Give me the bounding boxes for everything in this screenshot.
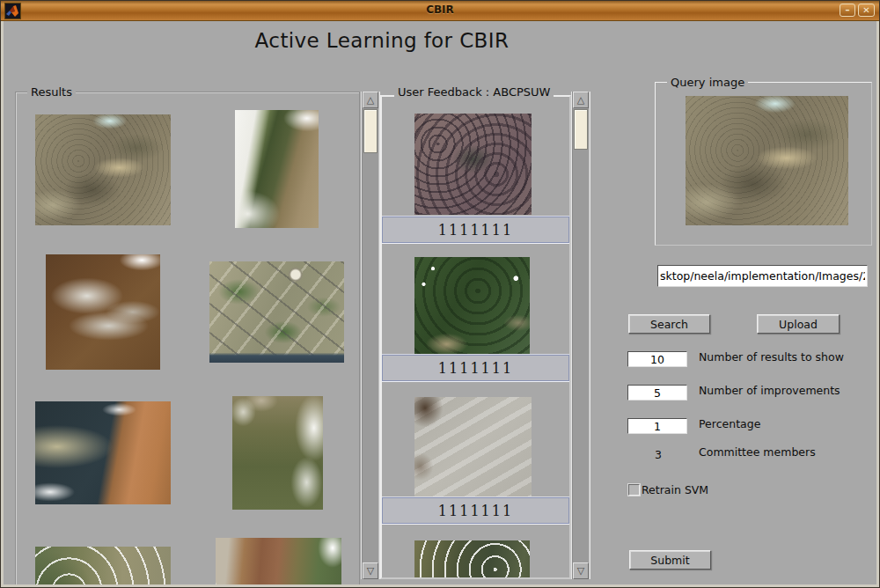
feedback-image-4 <box>414 540 530 579</box>
window-title: CBIR <box>1 4 879 16</box>
feedback-panel-label: User Feedback : ABCPSUW <box>394 85 554 99</box>
feedback-scrollbar[interactable]: △ ▽ <box>572 92 590 579</box>
result-image-5 <box>35 401 171 504</box>
retrain-svm-checkbox[interactable] <box>628 484 640 496</box>
close-button[interactable]: ✕ <box>858 4 875 17</box>
feedback-panel: 1111111 1111111 1111111 <box>380 95 571 579</box>
page-title: Active Learning for CBIR <box>1 29 763 52</box>
result-image-2 <box>235 110 319 228</box>
scroll-down-button[interactable]: ▽ <box>573 562 589 579</box>
query-panel-label: Query image <box>667 76 748 89</box>
percentage-label: Percentage <box>699 417 760 430</box>
feedback-rating-input-3[interactable]: 1111111 <box>382 497 569 524</box>
titlebar[interactable]: CBIR – ✕ <box>1 1 879 21</box>
feedback-image-2 <box>414 257 530 354</box>
query-image <box>686 96 848 225</box>
submit-button[interactable]: Submit <box>629 550 711 570</box>
feedback-image-3 <box>414 397 532 496</box>
percentage-input[interactable] <box>627 418 687 434</box>
result-image-6 <box>232 396 323 510</box>
triangle-up-icon: △ <box>367 95 374 105</box>
num-improvements-input[interactable] <box>627 385 687 401</box>
scroll-up-button[interactable]: △ <box>573 92 589 108</box>
scroll-up-button[interactable]: △ <box>363 92 378 108</box>
minimize-button[interactable]: – <box>840 4 855 17</box>
result-image-4 <box>209 261 344 363</box>
triangle-down-icon: ▽ <box>367 566 374 576</box>
scrollbar-thumb[interactable] <box>574 109 588 150</box>
feedback-image-1 <box>414 114 532 215</box>
triangle-down-icon: ▽ <box>577 566 584 576</box>
retrain-svm-label: Retrain SVM <box>642 483 708 496</box>
scrollbar-thumb[interactable] <box>363 109 378 153</box>
image-path-input[interactable] <box>657 265 868 287</box>
feedback-rating-input-2[interactable]: 1111111 <box>382 355 569 381</box>
triangle-up-icon: △ <box>577 95 584 105</box>
results-scrollbar[interactable]: △ ▽ <box>362 92 379 579</box>
result-image-8 <box>216 538 341 588</box>
search-button[interactable]: Search <box>628 314 710 334</box>
result-image-1 <box>35 114 171 225</box>
committee-members-value: 3 <box>647 448 670 461</box>
committee-members-label: Committee members <box>699 445 816 459</box>
result-image-7 <box>35 547 171 588</box>
minimize-icon: – <box>846 6 850 15</box>
num-improvements-label: Number of improvements <box>699 384 840 397</box>
result-image-3 <box>46 254 160 370</box>
cbir-window: CBIR – ✕ Active Learning for CBIR Result… <box>0 0 880 588</box>
results-panel-label: Results <box>27 85 76 99</box>
feedback-rating-input-1[interactable]: 1111111 <box>382 217 569 243</box>
close-icon: ✕ <box>862 6 869 15</box>
num-results-input[interactable] <box>627 351 687 367</box>
upload-button[interactable]: Upload <box>757 314 840 334</box>
scroll-down-button[interactable]: ▽ <box>363 562 378 579</box>
num-results-label: Number of results to show <box>699 350 844 364</box>
